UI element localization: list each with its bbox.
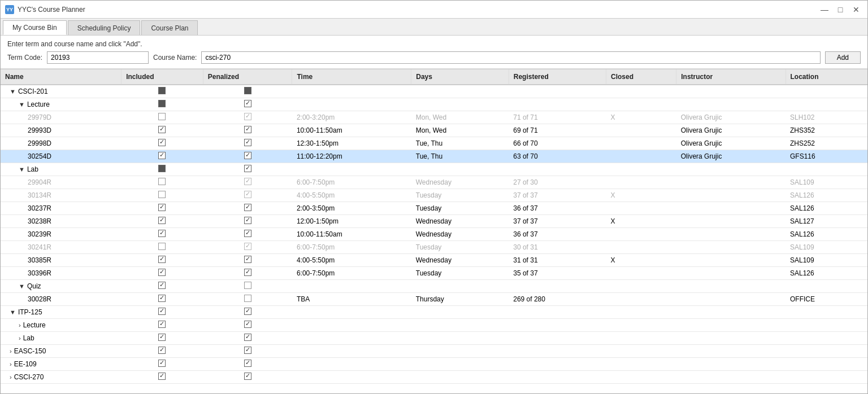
cell-time	[292, 306, 411, 319]
cell-registered: 66 of 70	[509, 137, 606, 150]
cell-penalized[interactable]	[203, 202, 292, 215]
expander-icon[interactable]: ›	[19, 322, 21, 329]
table-row[interactable]: 30254D11:00-12:20pmTue, Thu63 of 70Olive…	[1, 150, 867, 163]
expander-icon[interactable]: ▼	[10, 88, 16, 95]
table-row[interactable]: 30238R12:00-1:50pmWednesday37 of 37XSAL1…	[1, 215, 867, 228]
table-row[interactable]: 30396R6:00-7:50pmTuesday35 of 37SAL126	[1, 267, 867, 280]
cell-penalized[interactable]	[203, 124, 292, 137]
cell-time: 4:00-5:50pm	[292, 254, 411, 267]
expander-icon[interactable]: ▼	[10, 309, 16, 316]
table-row[interactable]: 30134R4:00-5:50pmTuesday37 of 37XSAL126	[1, 189, 867, 202]
cell-registered	[509, 163, 606, 176]
cell-included[interactable]	[121, 85, 203, 98]
cell-included[interactable]	[121, 267, 203, 280]
cell-included[interactable]	[121, 306, 203, 319]
table-row[interactable]: 29998D12:30-1:50pmTue, Thu66 of 70Oliver…	[1, 137, 867, 150]
cell-included[interactable]	[121, 345, 203, 358]
table-row[interactable]: ›EE-109	[1, 358, 867, 371]
expander-icon[interactable]: ›	[10, 361, 12, 367]
cell-included[interactable]	[121, 150, 203, 163]
cell-included[interactable]	[121, 98, 203, 111]
tab-my-course-bin[interactable]: My Course Bin	[3, 20, 67, 35]
cell-penalized[interactable]	[203, 215, 292, 228]
cell-penalized[interactable]	[203, 280, 292, 293]
minimize-button[interactable]: —	[818, 4, 831, 15]
cell-penalized[interactable]	[203, 306, 292, 319]
cell-penalized[interactable]	[203, 163, 292, 176]
table-row[interactable]: ›EASC-150	[1, 345, 867, 358]
cell-penalized[interactable]	[203, 85, 292, 98]
cell-included[interactable]	[121, 358, 203, 371]
table-row[interactable]: 30028RTBAThursday269 of 280OFFICE	[1, 293, 867, 306]
cell-included[interactable]	[121, 280, 203, 293]
cell-included[interactable]	[121, 202, 203, 215]
cell-penalized[interactable]	[203, 319, 292, 332]
cell-included[interactable]	[121, 189, 203, 202]
table-row[interactable]: ▼Lab	[1, 163, 867, 176]
cell-penalized[interactable]	[203, 176, 292, 189]
cell-time: 10:00-11:50am	[292, 228, 411, 241]
table-row[interactable]: 30239R10:00-11:50amWednesday36 of 37SAL1…	[1, 228, 867, 241]
table-row[interactable]: 30385R4:00-5:50pmWednesday31 of 31XSAL10…	[1, 254, 867, 267]
expander-icon[interactable]: ▼	[19, 283, 25, 290]
maximize-button[interactable]: □	[834, 4, 847, 15]
cell-included[interactable]	[121, 163, 203, 176]
cell-included[interactable]	[121, 254, 203, 267]
cell-included[interactable]	[121, 176, 203, 189]
cell-included[interactable]	[121, 332, 203, 345]
cell-penalized[interactable]	[203, 98, 292, 111]
table-row[interactable]: ▼ITP-125	[1, 306, 867, 319]
table-row[interactable]: 29993D10:00-11:50amMon, Wed69 of 71Olive…	[1, 124, 867, 137]
table-row[interactable]: ›Lecture	[1, 319, 867, 332]
table-row[interactable]: 30237R2:00-3:50pmTuesday36 of 37SAL126	[1, 202, 867, 215]
table-row[interactable]: ▼Quiz	[1, 280, 867, 293]
tab-course-plan[interactable]: Course Plan	[141, 20, 198, 35]
table-row[interactable]: 30241R6:00-7:50pmTuesday30 of 31SAL109	[1, 241, 867, 254]
cell-penalized[interactable]	[203, 254, 292, 267]
cell-days	[411, 358, 509, 371]
cell-included[interactable]	[121, 124, 203, 137]
table-row[interactable]: 29979D2:00-3:20pmMon, Wed71 of 71XOliver…	[1, 111, 867, 124]
expander-icon[interactable]: ›	[10, 374, 12, 380]
cell-included[interactable]	[121, 215, 203, 228]
cell-penalized[interactable]	[203, 332, 292, 345]
cell-penalized[interactable]	[203, 267, 292, 280]
table-row[interactable]: 29904R6:00-7:50pmWednesday27 of 30SAL109	[1, 176, 867, 189]
tab-scheduling-policy[interactable]: Scheduling Policy	[68, 20, 141, 35]
cell-included[interactable]	[121, 371, 203, 384]
cell-included[interactable]	[121, 228, 203, 241]
cell-included[interactable]	[121, 137, 203, 150]
cell-penalized[interactable]	[203, 293, 292, 306]
table-row[interactable]: ›CSCI-270	[1, 371, 867, 384]
cell-included[interactable]	[121, 111, 203, 124]
row-name-text: 30396R	[28, 269, 51, 277]
cell-closed	[606, 98, 676, 111]
cell-penalized[interactable]	[203, 358, 292, 371]
add-button[interactable]: Add	[825, 51, 861, 64]
cell-penalized[interactable]	[203, 189, 292, 202]
cell-penalized[interactable]	[203, 241, 292, 254]
cell-included[interactable]	[121, 319, 203, 332]
cell-penalized[interactable]	[203, 150, 292, 163]
cell-penalized[interactable]	[203, 228, 292, 241]
expander-icon[interactable]: ›	[19, 335, 21, 342]
expander-icon[interactable]: ▼	[19, 166, 25, 173]
cell-penalized[interactable]	[203, 137, 292, 150]
cell-penalized[interactable]	[203, 345, 292, 358]
term-input[interactable]	[47, 51, 149, 64]
table-row[interactable]: ›Lab	[1, 332, 867, 345]
cell-included[interactable]	[121, 241, 203, 254]
cell-time	[292, 98, 411, 111]
cell-penalized[interactable]	[203, 111, 292, 124]
close-button[interactable]: ✕	[849, 4, 863, 15]
row-name-text: 30241R	[28, 243, 51, 251]
table-row[interactable]: ▼Lecture	[1, 98, 867, 111]
cell-included[interactable]	[121, 293, 203, 306]
course-input[interactable]	[201, 51, 820, 64]
cell-time: 12:00-1:50pm	[292, 215, 411, 228]
table-row[interactable]: ▼CSCI-201	[1, 85, 867, 98]
cell-penalized[interactable]	[203, 371, 292, 384]
expander-icon[interactable]: ▼	[19, 101, 25, 108]
expander-icon[interactable]: ›	[10, 348, 12, 354]
main-window: YY YYC's Course Planner — □ ✕ My Course …	[0, 0, 868, 394]
